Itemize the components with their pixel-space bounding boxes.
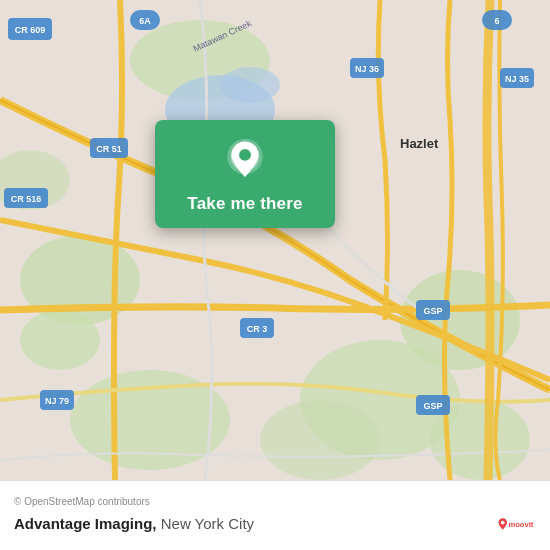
- svg-text:GSP: GSP: [423, 306, 442, 316]
- svg-text:GSP: GSP: [423, 401, 442, 411]
- svg-point-39: [501, 520, 505, 524]
- moovit-logo: moovit: [498, 510, 536, 538]
- location-city: New York City: [161, 515, 254, 532]
- map-container: CR 609 6A NJ 36 CR 516 NJ 35 CR 3 NJ 79 …: [0, 0, 550, 480]
- svg-text:6A: 6A: [139, 16, 151, 26]
- svg-text:moovit: moovit: [508, 519, 533, 528]
- svg-text:6: 6: [494, 16, 499, 26]
- svg-point-38: [239, 149, 251, 161]
- svg-text:NJ 35: NJ 35: [505, 74, 529, 84]
- svg-point-9: [260, 400, 380, 480]
- location-name: Advantage Imaging, New York City: [14, 515, 490, 532]
- svg-text:CR 51: CR 51: [96, 144, 122, 154]
- svg-text:CR 516: CR 516: [11, 194, 42, 204]
- svg-text:Hazlet: Hazlet: [400, 136, 439, 151]
- svg-text:CR 609: CR 609: [15, 25, 46, 35]
- copyright-line: © OpenStreetMap contributors: [14, 496, 536, 507]
- svg-text:CR 3: CR 3: [247, 324, 268, 334]
- svg-text:NJ 79: NJ 79: [45, 396, 69, 406]
- tooltip-card[interactable]: Take me there: [155, 120, 335, 228]
- svg-point-2: [20, 310, 100, 370]
- location-pin-icon: [223, 138, 267, 182]
- svg-text:NJ 36: NJ 36: [355, 64, 379, 74]
- svg-point-11: [220, 67, 280, 103]
- map-background: CR 609 6A NJ 36 CR 516 NJ 35 CR 3 NJ 79 …: [0, 0, 550, 480]
- location-name-text: Advantage Imaging,: [14, 515, 157, 532]
- location-info-row: Advantage Imaging, New York City moovit: [14, 510, 536, 538]
- bottom-bar: © OpenStreetMap contributors Advantage I…: [0, 480, 550, 550]
- take-me-there-button[interactable]: Take me there: [187, 194, 302, 214]
